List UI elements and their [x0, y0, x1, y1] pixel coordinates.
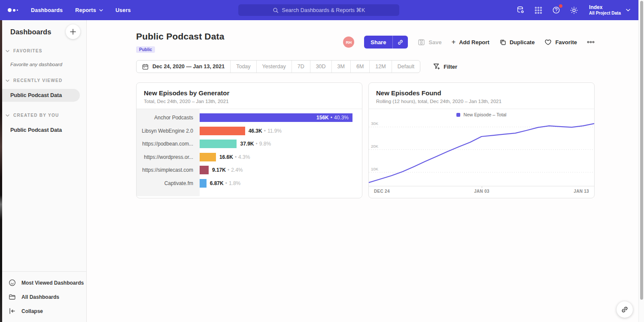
- date-range-group: Dec 24, 2020 — Jan 13, 2021 Today Yester…: [136, 60, 420, 73]
- chevron-down-icon: [6, 114, 9, 117]
- card-new-episodes-by-generator: New Episodes by Generator Total, Dec 24t…: [136, 82, 362, 198]
- preset-6m[interactable]: 6M: [350, 61, 369, 73]
- duplicate-label: Duplicate: [510, 39, 535, 46]
- bar-row: Libsyn WebEngine 2.0 46.3K•11.9%: [137, 125, 362, 138]
- copy-link-button[interactable]: [393, 36, 408, 49]
- apps-grid-icon[interactable]: [534, 6, 543, 15]
- bar[interactable]: [200, 179, 207, 188]
- most-viewed-dashboards-button[interactable]: Most Viewed Dashboards: [0, 276, 86, 290]
- card-subtitle: Total, Dec 24th, 2020 – Jan 13th, 2021: [144, 99, 355, 104]
- bar-row: Captivate.fm 6.87K•1.8%: [137, 177, 362, 190]
- dashboard-actions: RH Share Save + Add Report: [343, 36, 595, 49]
- add-report-label: Add Report: [459, 39, 489, 46]
- page-title: Public Podcast Data: [136, 31, 225, 42]
- sidebar-item-public-podcast-data[interactable]: Public Podcast Data: [0, 89, 80, 102]
- bar[interactable]: [200, 140, 237, 148]
- mixpanel-logo[interactable]: [8, 8, 18, 12]
- collapse-sidebar-button[interactable]: Collapse: [0, 304, 86, 318]
- svg-text:20K: 20K: [371, 144, 379, 149]
- preset-7d[interactable]: 7D: [292, 61, 310, 73]
- share-label[interactable]: Share: [364, 36, 393, 49]
- preset-30d[interactable]: 30D: [310, 61, 331, 73]
- copy-link-fab[interactable]: [617, 301, 633, 318]
- nav-reports[interactable]: Reports: [75, 7, 103, 13]
- legend-label: New Episode – Total: [463, 112, 506, 117]
- sidebar-footer: Most Viewed Dashboards All Dashboards Co…: [0, 271, 86, 322]
- search-icon: [273, 7, 279, 13]
- x-axis: DEC 24 JAN 03 JAN 13: [369, 186, 594, 196]
- project-subtitle: All Project Data: [589, 11, 621, 16]
- bar[interactable]: [200, 166, 209, 174]
- folder-icon: [9, 293, 16, 301]
- x-tick-label: JAN 03: [474, 189, 489, 196]
- nav-right-controls: Index All Project Data: [516, 0, 630, 20]
- section-created-by-you[interactable]: CREATED BY YOU: [0, 113, 86, 118]
- link-icon: [621, 306, 629, 313]
- nav-dashboards[interactable]: Dashboards: [31, 7, 63, 13]
- settings-gear-icon[interactable]: [570, 6, 578, 15]
- more-options-button[interactable]: [587, 41, 595, 43]
- bar-value: 16.6K•4.3%: [219, 154, 250, 160]
- most-viewed-label: Most Viewed Dashboards: [21, 280, 84, 286]
- add-report-button[interactable]: + Add Report: [452, 39, 489, 46]
- nav-reports-label: Reports: [75, 7, 96, 13]
- all-dashboards-button[interactable]: All Dashboards: [0, 290, 86, 304]
- plus-icon: [70, 29, 76, 35]
- scrollbar-thumb[interactable]: [640, 1, 643, 300]
- preset-today[interactable]: Today: [230, 61, 256, 73]
- sidebar-item-public-podcast-data-created[interactable]: Public Podcast Data: [0, 124, 80, 137]
- preset-3m[interactable]: 3M: [331, 61, 350, 73]
- chevron-down-icon: [99, 9, 103, 12]
- smiley-icon: [9, 279, 16, 286]
- filter-funnel-icon: [433, 63, 440, 70]
- save-label: Save: [428, 39, 441, 46]
- bar[interactable]: [200, 127, 245, 135]
- add-dashboard-button[interactable]: [66, 24, 80, 39]
- filter-label: Filter: [444, 64, 457, 70]
- share-button[interactable]: Share: [364, 36, 408, 49]
- all-dashboards-label: All Dashboards: [21, 294, 59, 300]
- card-subtitle: Rolling (12 hours), total, Dec 24th, 202…: [376, 99, 587, 104]
- preset-yesterday[interactable]: Yesterday: [256, 61, 292, 73]
- bar[interactable]: [200, 153, 216, 161]
- favorite-label: Favorite: [555, 39, 577, 46]
- line-plot[interactable]: 10K20K30K: [369, 120, 594, 186]
- bar-chart: Anchor Podcasts 156K•40.3% Libsyn WebEng…: [137, 109, 362, 196]
- duplicate-button[interactable]: Duplicate: [499, 39, 535, 46]
- section-recently-viewed[interactable]: RECENTLY VIEWED: [0, 78, 86, 83]
- more-dots-icon: [587, 41, 595, 43]
- preset-12m[interactable]: 12M: [369, 61, 391, 73]
- data-management-icon[interactable]: [516, 6, 525, 15]
- chevron-down-icon: [6, 50, 9, 52]
- notification-badge: [559, 4, 562, 8]
- chart-legend[interactable]: New Episode – Total: [369, 109, 594, 120]
- plus-icon: +: [452, 39, 456, 46]
- bar-value: 6.87K•1.8%: [210, 180, 241, 186]
- background-window-sliver: [0, 20, 2, 322]
- search-input[interactable]: Search Dashboards & Reports ⌘K: [238, 4, 399, 16]
- card-title: New Episodes Found: [376, 89, 587, 97]
- filter-button[interactable]: Filter: [433, 63, 457, 70]
- avatar[interactable]: RH: [343, 36, 354, 48]
- date-range-picker[interactable]: Dec 24, 2020 — Jan 13, 2021: [137, 61, 230, 73]
- date-controls-row: Dec 24, 2020 — Jan 13, 2021 Today Yester…: [136, 60, 595, 73]
- project-selector[interactable]: Index All Project Data: [589, 4, 630, 16]
- preset-default[interactable]: Default: [392, 61, 420, 73]
- scrollbar[interactable]: [638, 0, 644, 322]
- nav-users[interactable]: Users: [115, 7, 131, 13]
- favorite-button[interactable]: Favorite: [544, 39, 577, 46]
- svg-text:30K: 30K: [371, 121, 379, 126]
- bar-value: 37.9K•9.8%: [240, 141, 271, 147]
- section-favorites[interactable]: FAVORITES: [0, 49, 86, 53]
- bar-category-label: Anchor Podcasts: [137, 115, 200, 121]
- link-icon: [397, 39, 404, 46]
- sidebar: Dashboards FAVORITES Favorite any dashbo…: [0, 20, 87, 322]
- nav-users-label: Users: [115, 7, 131, 13]
- save-button[interactable]: Save: [418, 39, 441, 46]
- bar-row: https://wordpress.or... 16.6K•4.3%: [137, 151, 362, 164]
- heart-icon: [544, 39, 552, 46]
- section-recently-viewed-label: RECENTLY VIEWED: [13, 78, 63, 83]
- primary-nav: Dashboards Reports Users: [31, 7, 143, 13]
- help-icon[interactable]: [552, 6, 561, 15]
- collapse-label: Collapse: [21, 308, 43, 314]
